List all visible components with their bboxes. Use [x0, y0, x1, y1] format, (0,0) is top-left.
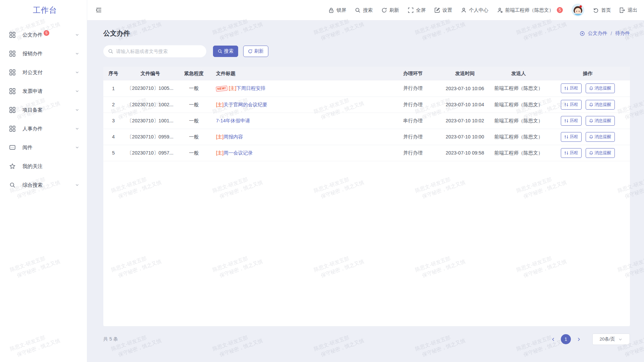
total-count: 共 5 条	[103, 336, 118, 342]
settings-button[interactable]: 设置	[434, 7, 452, 13]
cell-sender: 前端工程师（陈思文）	[492, 129, 545, 145]
next-page-button[interactable]	[574, 335, 583, 344]
doc-title-link[interactable]: NEW![主]下周日程安排	[216, 85, 266, 91]
notify-button[interactable]: 消息提醒	[586, 116, 615, 126]
search-button-label: 搜索	[224, 48, 233, 54]
cell-index: 5	[103, 145, 123, 161]
notify-button[interactable]: 消息提醒	[586, 132, 615, 142]
prev-page-button[interactable]	[549, 335, 557, 344]
lock-icon	[328, 7, 334, 13]
doc-title-link[interactable]: 7-14年休假申请	[216, 118, 250, 123]
sidebar-item-renshi[interactable]: 人事办件	[0, 119, 87, 138]
fullscreen-button[interactable]: 全屏	[408, 7, 426, 13]
collapse-sidebar-icon[interactable]	[95, 7, 102, 13]
page-size-select[interactable]: 20条/页	[592, 334, 630, 345]
cell-doc-no: 〔20230710〕1001...	[123, 113, 177, 129]
chevron-down-icon	[75, 70, 79, 75]
chevron-down-icon	[75, 33, 79, 37]
notify-button[interactable]: 消息提醒	[586, 83, 615, 93]
search-icon	[218, 49, 222, 54]
sidebar-item-duigong[interactable]: 对公支付	[0, 63, 87, 82]
sidebar-badge: 5	[44, 30, 49, 36]
sidebar-item-fapiao[interactable]: 发票申请	[0, 82, 87, 101]
refresh-icon	[248, 49, 253, 54]
current-user[interactable]: 前端工程师（陈思文） 5	[497, 7, 563, 13]
sliders-icon	[564, 103, 569, 107]
doc-title-text: 7-14年休假申请	[216, 118, 250, 123]
grid-icon	[9, 51, 15, 57]
doc-title-text: 周报内容	[224, 134, 243, 139]
sidebar-item-gongwen[interactable]: 公文办件 5	[0, 25, 87, 44]
pagination: 1 20条/页	[549, 334, 630, 345]
chevron-down-icon	[618, 337, 623, 342]
cell-time: 2023-07-10 10:02	[438, 113, 492, 129]
sidebar-item-guanzhu[interactable]: 我的关注	[0, 157, 87, 176]
notify-label: 消息提醒	[595, 118, 611, 124]
search-button[interactable]: 搜索	[213, 46, 238, 57]
documents-table-card: 序号 文件编号 紧急程度 文件标题 办理环节 发送时间 发送人 操作 1	[103, 67, 630, 326]
refresh-icon	[381, 7, 387, 13]
sidebar-item-xiangmu[interactable]: 项目备案	[0, 101, 87, 119]
notify-button[interactable]: 消息提醒	[586, 100, 615, 110]
grid-icon	[9, 126, 15, 132]
search-box	[103, 45, 206, 57]
sliders-icon	[564, 86, 569, 90]
grid-icon	[9, 88, 15, 94]
chevron-down-icon	[75, 126, 79, 131]
cell-time: 2023-07-10 10:06	[438, 80, 492, 97]
cell-doc-no: 〔20230710〕0959...	[123, 129, 177, 145]
table-footer: 共 5 条 1 20条/页	[103, 334, 630, 345]
page-number[interactable]: 1	[561, 334, 571, 344]
cell-index: 4	[103, 129, 123, 145]
sidebar-item-yuejian[interactable]: 阅件	[0, 138, 87, 157]
notify-button[interactable]: 消息提醒	[586, 148, 615, 158]
location-aim-icon	[580, 31, 585, 36]
logout-button[interactable]: 退出	[620, 7, 637, 13]
current-user-name: 前端工程师（陈思文）	[505, 7, 554, 13]
page-title: 公文办件	[103, 29, 130, 38]
chevron-down-icon	[75, 108, 79, 112]
lock-screen-label: 锁屏	[336, 7, 346, 13]
home-label: 首页	[601, 7, 611, 13]
doc-title-link[interactable]: [主]关于官网的会议纪要	[216, 102, 267, 107]
cell-step: 并行办理	[388, 129, 438, 145]
grid-icon	[9, 107, 15, 113]
cell-urgency: 一般	[177, 80, 211, 97]
breadcrumb-root[interactable]: 公文办件	[588, 30, 607, 37]
search-button-topbar[interactable]: 搜索	[355, 7, 373, 13]
refresh-button-label: 刷新	[254, 48, 264, 54]
col-urgency: 紧急程度	[177, 67, 211, 80]
history-button[interactable]: 历程	[561, 116, 582, 126]
doc-tag: [主]	[229, 85, 236, 91]
chevron-down-icon	[75, 183, 79, 187]
grid-icon	[9, 32, 15, 38]
lock-screen-button[interactable]: 锁屏	[328, 7, 346, 13]
history-button[interactable]: 历程	[561, 132, 582, 142]
history-button[interactable]: 历程	[561, 83, 582, 93]
search-input[interactable]	[103, 45, 206, 57]
star-icon	[9, 163, 15, 169]
doc-title-text: 周一会议记录	[224, 150, 253, 156]
avatar[interactable]	[572, 4, 584, 16]
refresh-button-topbar[interactable]: 刷新	[381, 7, 399, 13]
user-dot-icon	[497, 7, 503, 13]
sidebar-item-label: 我的关注	[22, 163, 43, 170]
sidebar-item-sousuo[interactable]: 综合搜索	[0, 176, 87, 194]
profile-center-button[interactable]: 个人中心	[461, 7, 488, 13]
doc-title-text: 下周日程安排	[236, 85, 266, 91]
sidebar-item-baoxiao[interactable]: 报销办件	[0, 44, 87, 63]
refresh-button[interactable]: 刷新	[243, 46, 268, 57]
notify-label: 消息提醒	[595, 85, 611, 91]
bell-icon	[589, 86, 593, 90]
doc-title-link[interactable]: [主]周报内容	[216, 134, 243, 139]
doc-tag: [主]	[216, 134, 224, 139]
cell-index: 3	[103, 113, 123, 129]
history-button[interactable]: 历程	[561, 148, 582, 158]
sidebar-item-label: 报销办件	[22, 51, 43, 57]
history-button[interactable]: 历程	[561, 100, 582, 110]
table-row: 4 〔20230710〕0959... 一般 [主]周报内容 并行办理 2023…	[103, 129, 630, 145]
history-label: 历程	[570, 118, 578, 124]
doc-title-link[interactable]: [主]周一会议记录	[216, 150, 253, 156]
settings-label: 设置	[442, 7, 452, 13]
home-button[interactable]: 首页	[593, 7, 611, 13]
